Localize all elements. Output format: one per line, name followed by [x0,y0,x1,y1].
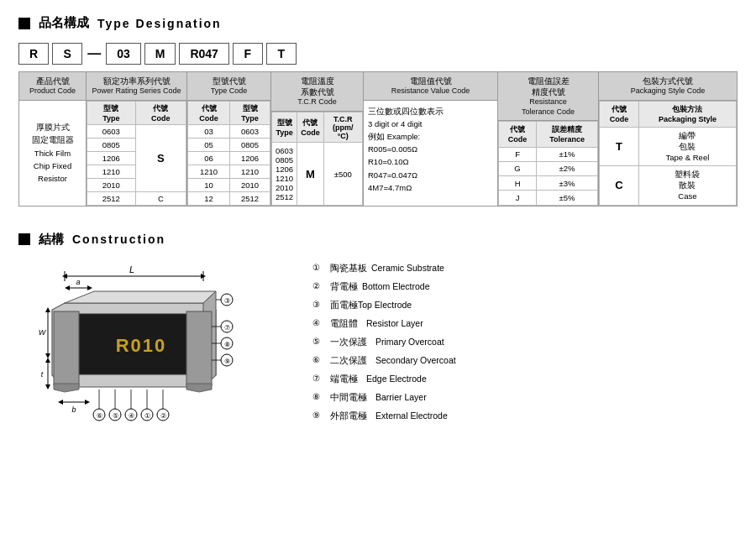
type-designation-section: 品名構成 Type Designation R S — 03 M R047 F … [18,15,738,207]
chip-svg: L a W t b [18,259,287,436]
power-col: 額定功率系列代號 Power Rating Series Code 型號Type… [87,72,187,206]
section2-icon [18,233,30,245]
type-type-header: 型號Type [230,101,270,124]
power-row4-type: 1210 [87,165,136,178]
svg-text:①: ① [144,412,150,420]
rval-header: 電阻值代號 Resistance Value Code [364,72,497,101]
product-body-zh: 厚膜片式固定電阻器Thick FilmChip FixedResistor [32,121,74,185]
product-header: 產品代號 Product Code [19,72,86,101]
power-row5-type: 2010 [87,178,136,191]
label-1: ① 陶瓷基板 Ceramic Substrate [312,259,738,277]
section2-zh: 結構 [39,232,64,248]
construction-body: L a W t b [18,259,738,437]
label-5: ⑤ 一次保護 Primary Overcoat [312,333,738,351]
svg-text:a: a [76,278,80,286]
svg-text:②: ② [160,412,166,420]
type-code-header: 代號Code [188,101,230,124]
tol-body: 代號Code 誤差精度Tolerance F±1% G±2% H±3% J±5% [498,121,598,205]
code-M: M [144,43,176,65]
code-R: R [18,43,49,65]
power-code-header: 代號Code [135,101,186,124]
power-row6-type: 2512 [87,191,136,205]
code-T: T [266,43,297,65]
chip-labels: ① 陶瓷基板 Ceramic Substrate ② 背電極 Bottom El… [312,259,738,426]
section1-zh: 品名構成 [39,15,89,31]
tol-code-header: 代號Code [499,122,537,147]
svg-rect-18 [186,311,212,385]
rval-col: 電阻值代號 Resistance Value Code 三位數或四位數表示 3 … [364,72,498,206]
label-2: ② 背電極 Bottom Electrode [312,278,738,295]
type-col: 型號代號 Type Code 代號Code 型號Type 030603 0508… [187,72,271,206]
power-row1-type: 0603 [87,124,136,138]
power-row2-type: 0805 [87,138,136,151]
svg-marker-19 [54,384,79,392]
pkg-header: 包裝方式代號 Packaging Style Code [599,72,737,101]
svg-text:b: b [71,405,76,414]
construction-section: 結構 Construction L a [18,232,738,437]
label-3: ③ 面電極Top Electrode [312,296,738,314]
power-row3-type: 1206 [87,151,136,165]
label-6: ⑥ 二次保護 Secondary Overcoat [312,352,738,369]
pkg-body: 代號Code 包裝方法Packaging Style T 編帶包裝Tape & … [599,101,737,206]
code-dash: — [86,46,102,61]
tol-tol-header: 誤差精度Tolerance [537,122,598,147]
code-S: S [52,43,82,65]
svg-text:⑤: ⑤ [113,412,118,420]
label-7: ⑦ 端電極 Edge Electrode [312,370,738,388]
pkg-code-header: 代號Code [600,101,639,127]
svg-text:⑦: ⑦ [224,324,230,332]
tcr-header: 電阻溫度系數代號 T.C.R Code [271,72,363,112]
product-col: 產品代號 Product Code 厚膜片式固定電阻器Thick FilmChi… [19,72,87,206]
tcr-col: 電阻溫度系數代號 T.C.R Code 型號Type 代號Code T.C.R(… [271,72,364,206]
svg-text:⑨: ⑨ [224,358,230,365]
svg-text:⑥: ⑥ [97,412,102,420]
svg-text:t: t [41,370,44,379]
svg-text:W: W [39,328,47,337]
tol-col: 電阻值誤差精度代號 ResistanceTolerance Code 代號Cod… [498,72,599,206]
label-8: ⑧ 中間電極 Barrier Layer [312,389,738,406]
rval-body: 三位數或四位數表示 3 digit or 4 digit 例如 Example:… [364,101,497,206]
power-code-S: S [135,124,186,191]
svg-marker-13 [65,291,216,303]
power-code-C: C [135,191,186,205]
code-F: F [233,43,263,65]
chip-diagram: L a W t b [18,259,287,437]
pkg-col: 包裝方式代號 Packaging Style Code 代號Code 包裝方法P… [599,72,737,206]
svg-text:L: L [129,264,134,274]
code-row: R S — 03 M R047 F T [18,43,738,65]
type-header: 型號代號 Type Code [187,72,270,101]
svg-marker-20 [186,384,212,392]
power-body: 型號Type 代號Code 0603 S 0805 1206 1210 2010… [87,101,186,206]
svg-text:R010: R010 [116,335,167,356]
svg-text:③: ③ [224,297,230,305]
svg-text:⑧: ⑧ [224,341,230,348]
pkg-style-header: 包裝方法Packaging Style [638,101,736,127]
tol-header: 電阻值誤差精度代號 ResistanceTolerance Code [498,72,598,121]
power-header: 額定功率系列代號 Power Rating Series Code [87,72,186,101]
section2-title: 結構 Construction [18,232,738,248]
section1-en: Type Designation [97,17,222,30]
section1-title: 品名構成 Type Designation [18,15,738,31]
svg-text:④: ④ [129,412,134,420]
label-4: ④ 電阻體 Resistor Layer [312,315,738,332]
section1-icon [18,18,30,29]
label-9: ⑨ 外部電極 External Electrode [312,407,738,425]
power-type-header: 型號Type [87,101,136,124]
tcr-body: 型號Type 代號Code T.C.R(ppm/°C) 060308051206… [271,112,363,206]
svg-rect-17 [54,311,79,385]
section2-en: Construction [72,233,165,246]
code-03: 03 [106,43,141,65]
main-table: 產品代號 Product Code 厚膜片式固定電阻器Thick FilmChi… [18,71,738,207]
code-R047: R047 [179,43,228,65]
type-body: 代號Code 型號Type 030603 050805 061206 12101… [187,101,270,206]
